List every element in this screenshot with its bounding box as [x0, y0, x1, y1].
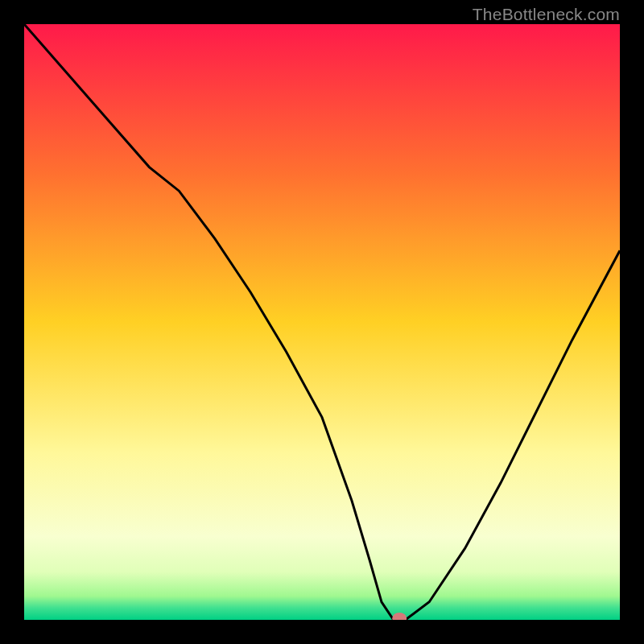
bottleneck-chart: [24, 24, 620, 620]
chart-container: [24, 24, 620, 620]
watermark-text: TheBottleneck.com: [473, 5, 620, 24]
gradient-background: [24, 24, 620, 620]
